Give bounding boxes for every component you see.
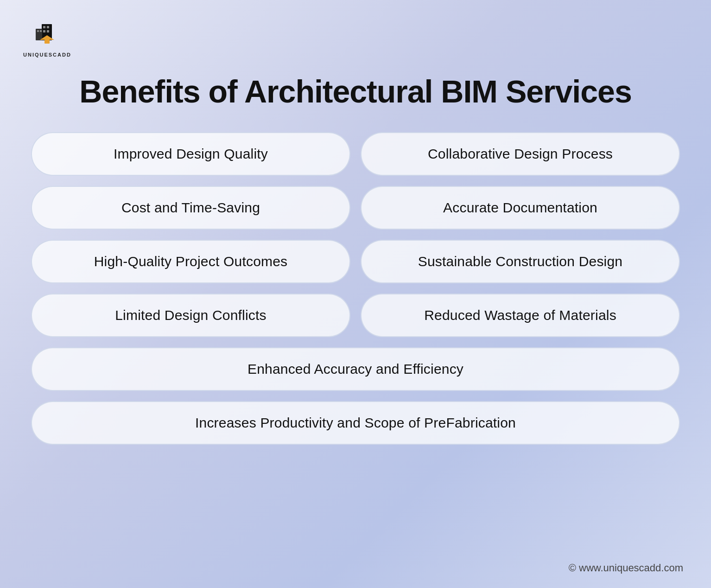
benefit-accurate-documentation: Accurate Documentation bbox=[361, 186, 680, 230]
svg-rect-2 bbox=[47, 26, 49, 28]
logo-container: UNIQUESCADD bbox=[23, 14, 71, 58]
svg-rect-7 bbox=[40, 30, 42, 32]
footer-text: © www.uniquescadd.com bbox=[569, 562, 683, 574]
svg-rect-1 bbox=[43, 26, 45, 28]
benefit-enhanced-accuracy-efficiency: Enhanced Accuracy and Efficiency bbox=[31, 347, 680, 391]
svg-rect-9 bbox=[44, 40, 50, 44]
main-content: Benefits of Architectural BIM Services I… bbox=[0, 0, 711, 473]
benefit-reduced-wastage-of-materials: Reduced Wastage of Materials bbox=[361, 294, 680, 337]
benefit-improved-design-quality: Improved Design Quality bbox=[31, 132, 350, 176]
benefits-grid: Improved Design Quality Collaborative De… bbox=[31, 132, 680, 445]
benefit-limited-design-conflicts: Limited Design Conflicts bbox=[31, 294, 350, 337]
svg-rect-6 bbox=[37, 30, 39, 32]
svg-rect-4 bbox=[47, 30, 49, 32]
footer: © www.uniquescadd.com bbox=[569, 562, 683, 574]
benefit-increases-productivity-prefabrication: Increases Productivity and Scope of PreF… bbox=[31, 401, 680, 445]
logo-icon bbox=[29, 14, 66, 51]
page-title: Benefits of Architectural BIM Services bbox=[79, 74, 631, 109]
benefit-collaborative-design-process: Collaborative Design Process bbox=[361, 132, 680, 176]
logo-text: UNIQUESCADD bbox=[23, 52, 71, 58]
benefit-cost-time-saving: Cost and Time-Saving bbox=[31, 186, 350, 230]
benefit-sustainable-construction-design: Sustainable Construction Design bbox=[361, 240, 680, 283]
svg-rect-3 bbox=[43, 30, 45, 32]
benefit-high-quality-project-outcomes: High-Quality Project Outcomes bbox=[31, 240, 350, 283]
